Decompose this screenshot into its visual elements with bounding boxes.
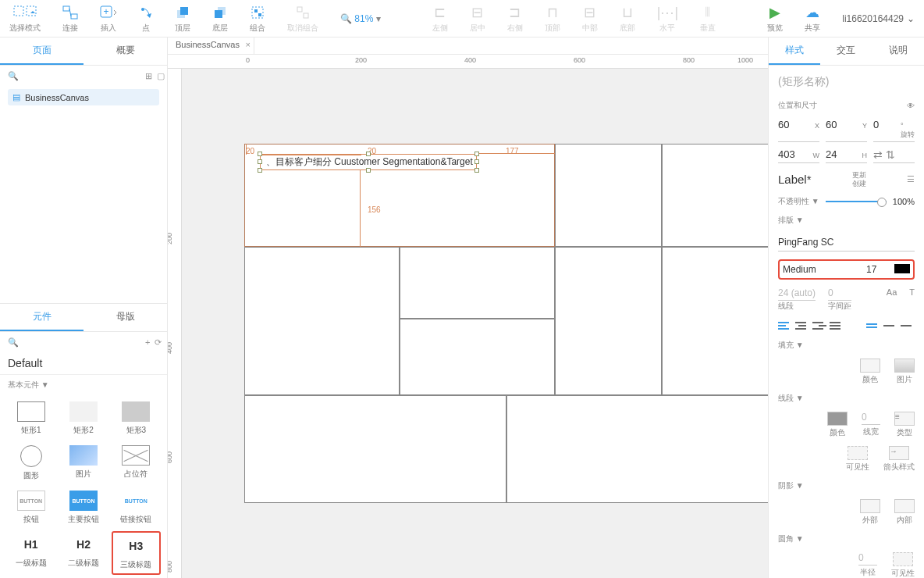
add-page-icon[interactable]: ⊞ — [145, 71, 152, 81]
v-align-bottom[interactable] — [901, 319, 915, 332]
text-align-right[interactable] — [812, 319, 826, 332]
text-case-icon[interactable]: Aa — [887, 287, 897, 312]
svg-rect-13 — [254, 9, 258, 12]
tab-outline[interactable]: 概要 — [84, 37, 167, 65]
text-color-swatch[interactable] — [894, 264, 910, 273]
folder-icon[interactable]: ▢ — [157, 71, 165, 81]
width-field[interactable]: 403W — [778, 148, 819, 163]
typography-section[interactable]: 排版 ▼ — [778, 215, 915, 226]
font-size-input[interactable]: 17 — [866, 264, 890, 275]
style-label: Label* — [778, 173, 812, 186]
letter-spacing-input[interactable]: 0 — [828, 287, 851, 301]
connect-button[interactable]: 连接 — [62, 4, 78, 34]
height-field[interactable]: 24H — [826, 148, 867, 163]
shadow-section[interactable]: 阴影 ▼ — [778, 480, 915, 491]
stroke-width-input[interactable]: 0 — [862, 412, 880, 425]
font-weight-select[interactable]: Medium — [783, 264, 862, 275]
left-panel: 页面 概要 🔍 ⊞ ▢ ▤ BusinessCanvas 元件 母版 🔍 + — [0, 37, 168, 578]
inner-shadow[interactable] — [894, 499, 915, 513]
v-align-middle[interactable] — [883, 319, 897, 332]
svg-rect-3 — [71, 14, 77, 19]
widget-h3[interactable]: H3三级标题 — [112, 531, 161, 575]
canvas-area[interactable]: BusinessCanvas× 0 200 400 600 800 1000 2… — [168, 37, 768, 578]
opacity-slider[interactable] — [826, 201, 887, 202]
tab-widgets[interactable]: 元件 — [0, 304, 84, 331]
add-icon[interactable]: + — [145, 337, 150, 347]
widget-search-input[interactable] — [23, 337, 140, 348]
widget-h2[interactable]: H2二级标题 — [59, 531, 108, 575]
preview-button[interactable]: ▶预览 — [767, 4, 783, 34]
corner-visibility[interactable] — [893, 552, 913, 566]
page-tree-item[interactable]: ▤ BusinessCanvas — [8, 89, 159, 105]
ungroup-button: 取消组合 — [287, 4, 318, 34]
canvas-tab[interactable]: BusinessCanvas× — [168, 37, 254, 54]
y-field[interactable]: 60Y — [826, 119, 867, 142]
shape-name-input[interactable]: (矩形名称) — [778, 72, 915, 92]
flip-buttons[interactable]: ⇄ ⇅ — [873, 148, 915, 163]
top-layer-button[interactable]: 顶层 — [175, 4, 190, 34]
text-align-left[interactable] — [778, 319, 792, 332]
widget-primary-button[interactable]: BUTTON主要按钮 — [59, 487, 108, 528]
fill-image-icon[interactable] — [894, 359, 915, 373]
tab-pages[interactable]: 页面 — [0, 37, 84, 65]
stroke-type[interactable]: ≡ — [894, 412, 915, 426]
font-family-select[interactable]: PingFang SC — [778, 234, 915, 252]
arrow-style[interactable]: → — [889, 446, 909, 460]
tab-notes[interactable]: 说明 — [872, 37, 924, 65]
widget-image[interactable]: 图片 — [59, 442, 108, 484]
svg-rect-14 — [258, 13, 261, 16]
align-center-icon: ⊟ — [471, 4, 483, 21]
widget-link-button[interactable]: BUTTON链接按钮 — [112, 487, 161, 528]
fill-section[interactable]: 填充 ▼ — [778, 340, 915, 351]
update-style-button[interactable]: 更新 — [852, 171, 866, 180]
svg-rect-11 — [215, 10, 222, 18]
group-button[interactable]: 组合 — [250, 4, 265, 34]
library-icon[interactable]: ⟳ — [155, 337, 162, 348]
text-align-center[interactable] — [795, 319, 809, 332]
corner-radius-input[interactable]: 0 — [858, 552, 877, 566]
widget-rect3[interactable]: 矩形3 — [112, 398, 161, 439]
stroke-section[interactable]: 线段 ▼ — [778, 393, 915, 404]
stroke-color[interactable] — [827, 412, 848, 426]
v-align-top[interactable] — [866, 319, 880, 332]
zoom-control[interactable]: 🔍 81% ▾ — [340, 13, 381, 24]
close-tab-icon[interactable]: × — [246, 40, 251, 49]
dist-h-icon: |⋯| — [657, 4, 678, 21]
bottom-layer-button[interactable]: 底层 — [212, 4, 228, 34]
widget-section-label[interactable]: 基本元件 ▼ — [0, 375, 167, 395]
align-bottom-button: ⊔底部 — [620, 4, 635, 34]
svg-rect-15 — [297, 7, 302, 12]
pages-search-input[interactable] — [23, 70, 140, 81]
x-field[interactable]: 60X — [778, 119, 819, 142]
widget-rect2[interactable]: 矩形2 — [59, 398, 108, 439]
insert-button[interactable]: + 插入 — [100, 4, 117, 34]
outer-shadow[interactable] — [860, 499, 880, 513]
text-strike-icon[interactable]: T — [909, 287, 915, 312]
tab-interact[interactable]: 交互 — [820, 37, 872, 65]
select-mode-button[interactable]: 选择模式 — [9, 4, 41, 34]
fill-color-icon[interactable] — [860, 359, 880, 373]
point-button[interactable]: 点 — [139, 4, 153, 34]
widget-rect1[interactable]: 矩形1 — [6, 398, 55, 439]
widget-placeholder[interactable]: 占位符 — [112, 442, 161, 484]
widget-button[interactable]: BUTTON按钮 — [6, 487, 55, 528]
widget-h1[interactable]: H1一级标题 — [6, 531, 55, 575]
tab-style[interactable]: 样式 — [769, 37, 820, 65]
create-style-button[interactable]: 创建 — [852, 180, 866, 188]
text-align-justify[interactable] — [830, 319, 844, 332]
opacity-value[interactable]: 100% — [893, 197, 915, 206]
user-menu[interactable]: li16620164429⌄ — [842, 13, 915, 24]
library-select[interactable]: Default — [0, 352, 167, 375]
corner-section[interactable]: 圆角 ▼ — [778, 533, 915, 544]
line-height-input[interactable]: 24 (auto) — [778, 287, 816, 301]
share-button[interactable]: ☁共享 — [805, 4, 820, 34]
stroke-visibility[interactable] — [848, 446, 868, 460]
visibility-icon[interactable]: 👁 — [907, 102, 915, 110]
tab-masters[interactable]: 母版 — [84, 304, 167, 331]
artboard[interactable] — [244, 144, 768, 503]
widget-circle[interactable]: 圆形 — [6, 442, 55, 484]
rotation-field[interactable]: 0°旋转 — [873, 119, 915, 142]
align-top-icon: ⊓ — [547, 4, 558, 21]
style-menu-icon[interactable]: ☰ — [907, 174, 915, 184]
chevron-down-icon: ⌄ — [907, 13, 915, 24]
